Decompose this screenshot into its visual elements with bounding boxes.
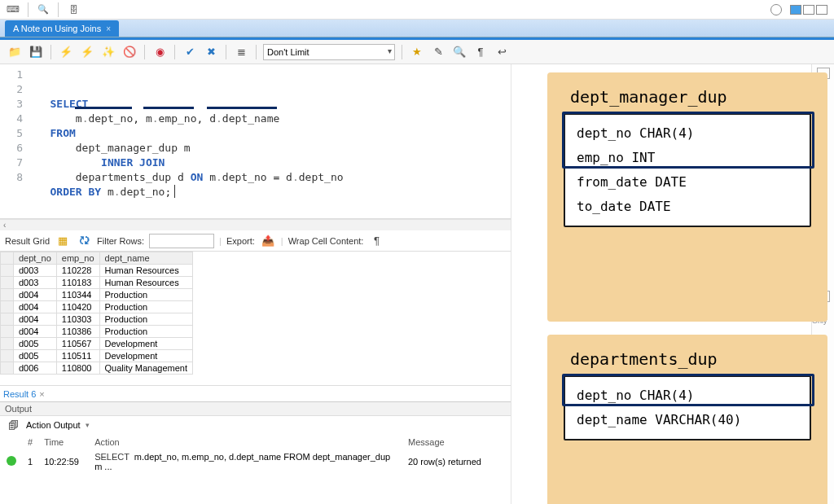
refresh-icon[interactable]: 🗘 — [76, 233, 92, 249]
open-icon[interactable]: 📁 — [7, 44, 23, 60]
result-toolbar: Result Grid ▦ 🗘 Filter Rows: | Export: 📤… — [0, 230, 511, 252]
export-icon[interactable]: 📤 — [260, 233, 276, 249]
table-row[interactable]: d004110344Production — [1, 289, 193, 301]
pane-toggle-1[interactable] — [790, 5, 801, 15]
schema-card-2: departments_dup dept_no CHAR(4) dept_nam… — [547, 335, 827, 504]
filter-input[interactable] — [149, 234, 214, 248]
schema-title-2: departments_dup — [570, 349, 811, 369]
sql-editor[interactable]: 12345678 SELECT m.dept_no, m.emp_no, d.d… — [0, 64, 511, 219]
highlight-box-1 — [562, 112, 814, 169]
filter-label: Filter Rows: — [97, 236, 144, 246]
top-icon-strip: ⌨ 🔍 🗄 — [0, 0, 834, 20]
output-mode-icon[interactable]: 🗐 — [5, 417, 21, 433]
highlight-box-2 — [562, 374, 814, 406]
underline-2 — [143, 107, 194, 109]
execute-step-icon[interactable]: ⚡ — [79, 44, 95, 60]
stop-icon[interactable]: 🚫 — [121, 44, 138, 60]
file-tab-label: A Note on Using Joins — [13, 24, 101, 33]
table-row[interactable]: d004110420Production — [1, 301, 193, 313]
brush-icon[interactable]: ✎ — [430, 44, 446, 60]
table-row[interactable]: d006110800Quality Management — [1, 362, 193, 375]
save-icon[interactable]: 💾 — [28, 44, 44, 60]
output-mode-label[interactable]: Action Output — [26, 420, 81, 430]
explain-icon[interactable]: ✨ — [100, 44, 116, 60]
editor-scrollbar[interactable]: ‹ — [0, 219, 511, 230]
star-icon[interactable]: ★ — [409, 44, 425, 60]
line-gutter: 12345678 — [0, 64, 28, 218]
wrap-cell-icon[interactable]: ¶ — [368, 233, 384, 249]
table-row[interactable]: d004110303Production — [1, 313, 193, 326]
result-grid[interactable]: dept_no emp_no dept_name d003110228Human… — [0, 252, 511, 385]
result-grid-label: Result Grid — [5, 236, 50, 246]
close-icon[interactable]: × — [106, 24, 111, 33]
result-tab[interactable]: Result 6 — [3, 389, 36, 399]
execute-icon[interactable]: ⚡ — [58, 44, 74, 60]
action-row[interactable]: 1 10:22:59 SELECT m.dept_no, m.emp_no, d… — [2, 450, 509, 473]
list-icon[interactable]: ≣ — [233, 44, 249, 60]
cancel-icon[interactable]: ✖ — [203, 44, 219, 60]
schema-card-1: dept_manager_dup dept_no CHAR(4) emp_no … — [547, 72, 827, 322]
wrap-icon[interactable]: ↩ — [494, 44, 510, 60]
limit-select[interactable] — [263, 44, 395, 60]
para-icon[interactable]: ¶ — [472, 44, 489, 60]
schema-col: from_date DATE — [577, 170, 798, 195]
magnify-icon[interactable]: 🔍 — [37, 3, 50, 16]
close-result-icon[interactable]: × — [39, 389, 44, 399]
sql-toolbar: 📁 💾 ⚡ ⚡ ✨ 🚫 ◉ ✔ ✖ ≣ ★ ✎ 🔍 ¶ ↩ — [0, 40, 834, 64]
result-tab-bar: Result 6 × — [0, 385, 511, 401]
table-row[interactable]: d005110511Development — [1, 350, 193, 362]
db-tree-icon[interactable]: 🗄 — [67, 3, 80, 16]
table-row[interactable]: d003110183Human Resources — [1, 277, 193, 289]
action-output: # Time Action Message 1 10:22:59 SELECT … — [0, 434, 511, 475]
schema-title-1: dept_manager_dup — [570, 87, 811, 107]
file-tab[interactable]: A Note on Using Joins × — [5, 20, 119, 37]
grid-view-icon[interactable]: ▦ — [55, 233, 71, 249]
file-tab-bar: A Note on Using Joins × — [0, 20, 834, 37]
underline-1 — [75, 107, 132, 109]
underline-3 — [207, 107, 277, 109]
find-icon[interactable]: 🔍 — [451, 44, 467, 60]
success-icon — [7, 456, 16, 466]
export-label: Export: — [226, 236, 255, 246]
table-row[interactable]: d004110386Production — [1, 326, 193, 338]
table-row[interactable]: d005110567Development — [1, 338, 193, 350]
schema-col: to_date DATE — [577, 195, 798, 219]
commit-icon[interactable]: ◉ — [151, 44, 168, 60]
output-header: Output — [0, 401, 511, 416]
pane-toggle-2[interactable] — [803, 5, 814, 15]
pane-toggle-3[interactable] — [816, 5, 827, 15]
check-icon[interactable]: ✔ — [182, 44, 198, 60]
text-cursor — [174, 185, 175, 198]
wrap-label: Wrap Cell Content: — [288, 236, 364, 246]
sql-icon[interactable]: ⌨ — [7, 3, 20, 16]
schema-col: dept_name VARCHAR(40) — [577, 408, 798, 432]
gear-icon[interactable] — [770, 4, 782, 15]
code-area[interactable]: SELECT m.dept_no, m.emp_no, d.dept_name … — [28, 64, 511, 218]
table-row[interactable]: d003110228Human Resources — [1, 265, 193, 277]
